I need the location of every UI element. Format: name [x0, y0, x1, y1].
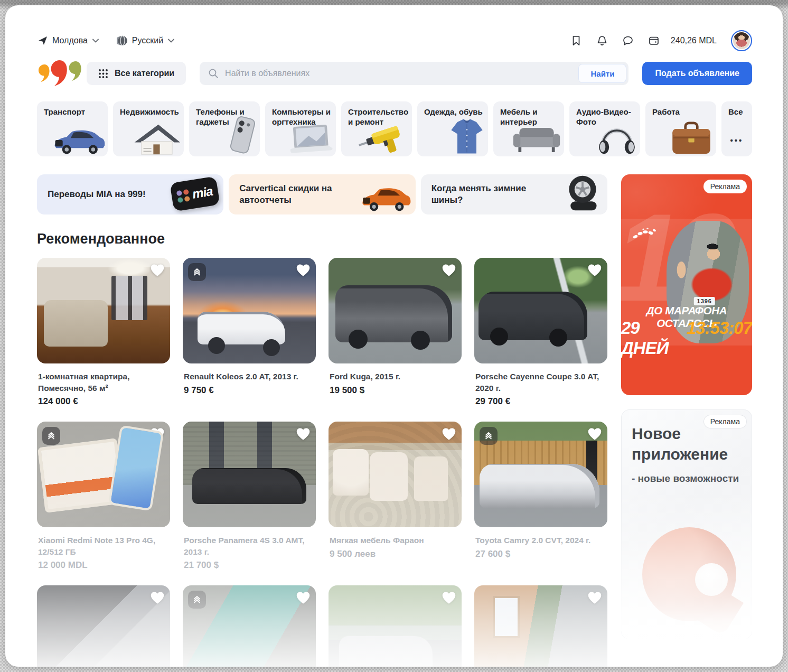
app-ad-banner[interactable]: Реклама Новое приложение - новые возможн… [621, 409, 752, 639]
search-input[interactable] [224, 68, 578, 79]
category-tile-real-estate[interactable]: Недвижимость [113, 101, 184, 156]
promo-strip: Переводы MIA на 999! mia Carvertical ски… [37, 174, 607, 214]
listing-price: 19 500 $ [330, 385, 461, 396]
listing-photo [183, 585, 316, 667]
favorite-heart-icon[interactable] [442, 427, 456, 441]
listing-price: 9 500 леев [330, 549, 461, 559]
listing-title: Porsche Panamera 4S 3.0 AMT, 2013 г. [184, 535, 315, 557]
category-tile-audio-video[interactable]: Аудио-Видео-Фото [569, 101, 640, 156]
listing-card[interactable]: Porsche Cayenne Coupe 3.0 AT, 2020 г. 29… [474, 258, 607, 422]
listing-card[interactable]: Porsche Panamera 4S 3.0 AMT, 2013 г. 21 … [183, 422, 316, 585]
messages-chat-icon[interactable] [622, 35, 634, 46]
listing-price: 12 000 MDL [38, 560, 169, 571]
favorite-heart-icon[interactable] [296, 427, 311, 441]
briefcase-icon [669, 122, 714, 155]
listing-card[interactable]: Мягкая мебель Фараон 9 500 леев [329, 422, 462, 585]
language-selector[interactable]: Русский [117, 35, 174, 46]
favorite-heart-icon[interactable] [442, 263, 456, 277]
section-title: Рекомендованное [37, 231, 607, 247]
location-selector[interactable]: Молдова [37, 35, 99, 46]
topbar-actions: 240,26 MDL [570, 30, 752, 51]
header: Все категории Найти Подать объявление [37, 61, 752, 86]
listing-card[interactable]: Renault Koleos 2.0 AT, 2013 г. 9 750 € [183, 258, 316, 422]
search-icon [208, 68, 219, 79]
category-tile-furniture[interactable]: Мебель и интерьер [493, 101, 564, 156]
ad-label: Реклама [703, 180, 747, 193]
chevron-down-icon [92, 39, 99, 43]
countdown-values: 29 ДНЕЙ 13:53:07 [621, 318, 752, 358]
app-ad-title: Новое приложение [632, 423, 742, 464]
promo-title: Carvertical скидки на автоотчеты [239, 183, 363, 206]
logo-999[interactable] [37, 60, 82, 87]
car-icon [51, 125, 106, 155]
favorite-heart-icon[interactable] [296, 591, 311, 604]
listing-photo [329, 585, 462, 667]
listing-title: Renault Koleos 2.0 AT, 2013 г. [184, 371, 315, 382]
promo-banner-mia[interactable]: Переводы MIA на 999! mia [37, 174, 223, 214]
listing-photo [37, 585, 170, 667]
location-label: Молдова [52, 36, 88, 45]
listing-price: 27 600 $ [475, 549, 606, 559]
favorite-heart-icon[interactable] [587, 263, 602, 277]
category-tile-jobs[interactable]: Работа [645, 101, 716, 156]
listing-card[interactable]: Ford Kuga, 2015 г. 19 500 $ [329, 258, 462, 422]
listing-card[interactable] [329, 585, 462, 667]
all-categories-button[interactable]: Все категории [87, 62, 186, 85]
app-ad-subtitle: - новые возможности [632, 473, 742, 484]
listing-photo [474, 585, 607, 667]
favorite-heart-icon[interactable] [150, 263, 165, 277]
category-label: Работа [652, 107, 712, 117]
category-tile-construction[interactable]: Строительство и ремонт [341, 101, 412, 156]
category-tile-computers[interactable]: Компьютеры и оргтехника [265, 101, 336, 156]
bookmark-icon[interactable] [570, 35, 582, 46]
tire-icon [562, 174, 603, 212]
search-button[interactable]: Найти [578, 64, 626, 83]
listing-card[interactable] [183, 585, 316, 667]
house-icon [131, 123, 182, 155]
category-tile-clothes[interactable]: Одежда, обувь [417, 101, 488, 156]
ellipsis-icon: ••• [730, 136, 744, 145]
drill-icon [357, 123, 410, 155]
listing-price: 21 700 $ [184, 560, 315, 571]
page: Молдова Русский 240,26 MDL [5, 5, 783, 667]
wallet-icon[interactable] [648, 35, 660, 46]
wallet-balance[interactable]: 240,26 MDL [671, 36, 717, 45]
listing-card[interactable] [37, 585, 170, 667]
favorite-heart-icon[interactable] [296, 263, 311, 277]
listing-price: 9 750 € [184, 385, 315, 396]
favorite-heart-icon[interactable] [587, 427, 602, 441]
category-tile-all[interactable]: Все ••• [721, 101, 752, 156]
listings-grid: 1-комнатная квартира, Помесячно, 56 м² 1… [37, 258, 607, 667]
mia-logo: mia [170, 176, 220, 211]
category-label: Транспорт [44, 107, 104, 117]
avatar[interactable] [731, 30, 752, 51]
listing-photo [183, 422, 316, 527]
sofa-icon [511, 125, 562, 155]
marathon-ad-banner[interactable]: Реклама 10 1396 ДО МАРАФОНА ОСТАЛОСЬ 29 … [621, 174, 752, 395]
listing-card[interactable]: Xiaomi Redmi Note 13 Pro 4G, 12/512 ГБ 1… [37, 422, 170, 585]
post-ad-button[interactable]: Подать объявление [642, 62, 752, 85]
headphones-icon [596, 120, 638, 155]
listing-card[interactable]: Toyota Camry 2.0 CVT, 2024 г. 27 600 $ [474, 422, 607, 585]
favorite-heart-icon[interactable] [587, 591, 602, 604]
listing-photo [329, 422, 462, 527]
logo-comma-green [68, 61, 82, 81]
promo-banner-carvertical[interactable]: Carvertical скидки на автоотчеты [229, 174, 415, 214]
notifications-bell-icon[interactable] [596, 35, 608, 46]
location-arrow-icon [37, 35, 49, 46]
category-tile-transport[interactable]: Транспорт [37, 101, 108, 156]
app-ad-3d-nine [633, 522, 749, 639]
listing-card[interactable] [474, 585, 607, 667]
logo-comma-yellow [37, 64, 51, 82]
favorite-heart-icon[interactable] [150, 427, 165, 441]
category-tile-phones[interactable]: Телефоны и гаджеты [189, 101, 260, 156]
favorite-heart-icon[interactable] [442, 591, 456, 604]
boost-badge-icon [480, 427, 498, 445]
listing-title: 1-комнатная квартира, Помесячно, 56 м² [38, 371, 169, 394]
promo-title: Переводы MIA на 999! [48, 189, 146, 200]
favorite-heart-icon[interactable] [150, 591, 165, 604]
listing-card[interactable]: 1-комнатная квартира, Помесячно, 56 м² 1… [37, 258, 170, 422]
category-label: Недвижимость [120, 107, 180, 117]
search-bar: Найти [200, 62, 628, 85]
promo-banner-winter-tires[interactable]: Когда менять зимние шины? [421, 174, 607, 214]
